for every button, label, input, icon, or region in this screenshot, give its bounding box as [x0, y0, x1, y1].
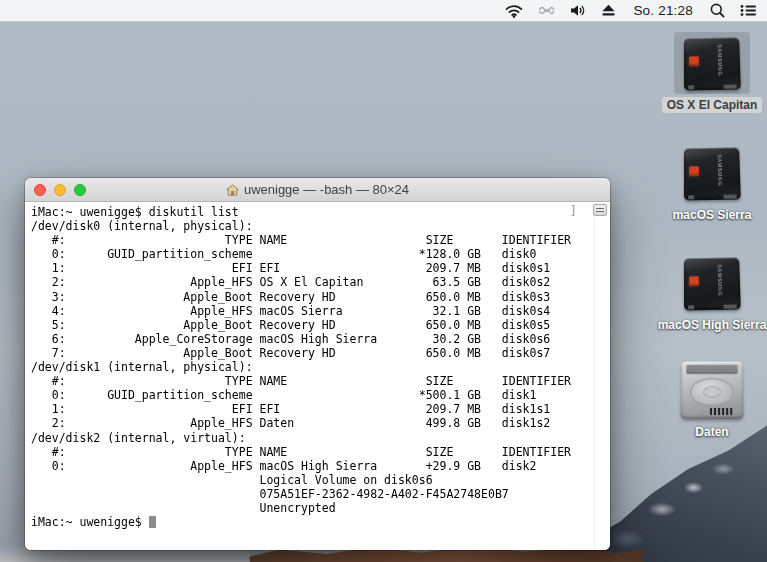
ssd-brand-text: SAMSUNG: [717, 264, 724, 296]
terminal-line: 2: Apple_HFS OS X El Capitan 63.5 GB dis…: [31, 275, 592, 289]
icon-plate: [674, 359, 750, 421]
wifi-icon: [505, 4, 523, 18]
terminal-line: #: TYPE NAME SIZE IDENTIFIER: [31, 233, 592, 247]
ssd-brand-text: SAMSUNG: [717, 154, 724, 186]
terminal-line: #: TYPE NAME SIZE IDENTIFIER: [31, 374, 592, 388]
terminal-output: iMac:~ uwenigge$ diskutil list/dev/disk0…: [31, 205, 592, 550]
terminal-line: 0: Apple_HFS macOS High Sierra +29.9 GB …: [31, 459, 592, 473]
icon-plate: SAMSUNG: [674, 32, 750, 94]
desktop-icon-label: macOS Sierra: [668, 207, 757, 223]
terminal-line: 3: Apple_Boot Recovery HD 650.0 MB disk0…: [31, 290, 592, 304]
desktop-icon-macos-high-sierra[interactable]: SAMSUNGmacOS High Sierra: [653, 252, 767, 333]
terminal-prompt-line: iMac:~ uwenigge$: [31, 515, 592, 529]
scrollback-mark: ]: [570, 204, 577, 218]
list-icon: [740, 4, 757, 17]
ssd-accent-square: [689, 166, 699, 176]
close-button[interactable]: [34, 184, 46, 196]
notification-center-menu-item[interactable]: [740, 0, 757, 22]
volume-menu-item[interactable]: [570, 0, 586, 22]
terminal-line: 4: Apple_HFS macOS Sierra 32.1 GB disk0s…: [31, 304, 592, 318]
flux-menu-item[interactable]: [538, 0, 555, 22]
ssd-accent-square: [689, 56, 699, 66]
search-icon: [710, 3, 725, 18]
terminal-line: 7: Apple_Boot Recovery HD 650.0 MB disk0…: [31, 346, 592, 360]
minimize-button[interactable]: [54, 184, 66, 196]
terminal-line: 2: Apple_HFS Daten 499.8 GB disk1s2: [31, 416, 592, 430]
desktop-icon-label: OS X El Capitan: [662, 97, 763, 113]
wifi-menu-item[interactable]: [505, 0, 523, 22]
terminal-line: 1: EFI EFI 209.7 MB disk0s1: [31, 261, 592, 275]
spotlight-menu-item[interactable]: [710, 0, 725, 22]
terminal-prompt: iMac:~ uwenigge$: [31, 515, 149, 529]
eject-menu-item[interactable]: [601, 0, 616, 22]
terminal-line: 6: Apple_CoreStorage macOS High Sierra 3…: [31, 332, 592, 346]
terminal-window: uwenigge — -bash — 80×24 iMac:~ uwenigge…: [25, 178, 610, 550]
window-controls: [34, 178, 86, 201]
desktop-icon-os-x-el-capitan[interactable]: SAMSUNGOS X El Capitan: [662, 32, 763, 113]
terminal-line: Logical Volume on disk0s6: [31, 473, 592, 487]
ssd-drive-icon: SAMSUNG: [684, 37, 741, 90]
icon-plate: SAMSUNG: [674, 252, 750, 314]
eject-icon: [601, 4, 616, 17]
menu-bar-clock[interactable]: So. 21:28: [631, 0, 695, 22]
terminal-line: #: TYPE NAME SIZE IDENTIFIER: [31, 445, 592, 459]
desktop-icon-label: Daten: [690, 424, 733, 440]
terminal-line: iMac:~ uwenigge$ diskutil list: [31, 205, 592, 219]
menu-bar: So. 21:28: [0, 0, 767, 22]
terminal-line: /dev/disk1 (internal, physical):: [31, 360, 592, 374]
desktop-icon-label: macOS High Sierra: [653, 317, 767, 333]
ssd-brand-text: SAMSUNG: [717, 44, 724, 76]
ssd-drive-icon: SAMSUNG: [684, 257, 741, 310]
terminal-title-bar[interactable]: uwenigge — -bash — 80×24: [25, 178, 610, 202]
terminal-line: 1: EFI EFI 209.7 MB disk1s1: [31, 402, 592, 416]
ssd-drive-icon: SAMSUNG: [684, 147, 741, 200]
hdd-drive-icon: [681, 362, 744, 419]
terminal-line: /dev/disk2 (internal, virtual):: [31, 431, 592, 445]
terminal-line: /dev/disk0 (internal, physical):: [31, 219, 592, 233]
window-title: uwenigge — -bash — 80×24: [226, 182, 409, 197]
split-pane-button[interactable]: [593, 204, 607, 216]
terminal-line: 5: Apple_Boot Recovery HD 650.0 MB disk0…: [31, 318, 592, 332]
ssd-connector: [688, 194, 737, 199]
terminal-cursor: [149, 516, 156, 528]
ssd-connector: [688, 84, 737, 89]
wave-icon: [538, 4, 555, 17]
terminal-content[interactable]: iMac:~ uwenigge$ diskutil list/dev/disk0…: [25, 202, 610, 550]
window-title-text: uwenigge — -bash — 80×24: [244, 182, 409, 197]
hdd-platter: [690, 378, 734, 406]
terminal-line: 0: GUID_partition_scheme *128.0 GB disk0: [31, 247, 592, 261]
terminal-line: 075A51EF-2362-4982-A402-F45A2748E0B7: [31, 487, 592, 501]
scrollbar[interactable]: [594, 218, 610, 550]
terminal-line: Unencrypted: [31, 501, 592, 515]
volume-icon: [570, 4, 586, 17]
home-folder-icon: [226, 184, 239, 196]
hdd-label-band: [686, 365, 738, 375]
hdd-grille: [710, 408, 734, 415]
terminal-line: 0: GUID_partition_scheme *500.1 GB disk1: [31, 388, 592, 402]
ssd-connector: [688, 304, 737, 309]
zoom-button[interactable]: [74, 184, 86, 196]
desktop-icon-macos-sierra[interactable]: SAMSUNGmacOS Sierra: [668, 142, 757, 223]
ssd-accent-square: [689, 276, 699, 286]
icon-plate: SAMSUNG: [674, 142, 750, 204]
desktop-icon-daten[interactable]: Daten: [674, 359, 750, 440]
desktop-icons: SAMSUNGOS X El CapitanSAMSUNGmacOS Sierr…: [660, 32, 764, 440]
